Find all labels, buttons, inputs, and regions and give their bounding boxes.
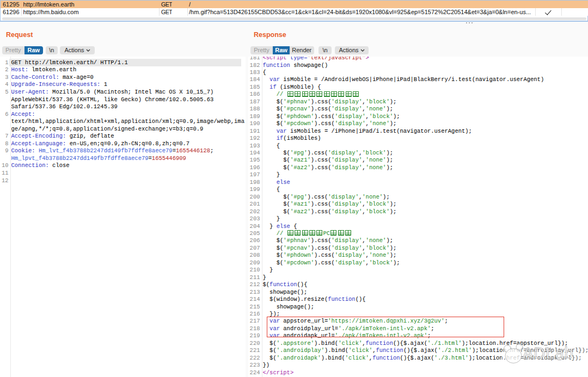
svg-text:ADLab: ADLab bbox=[523, 344, 574, 362]
